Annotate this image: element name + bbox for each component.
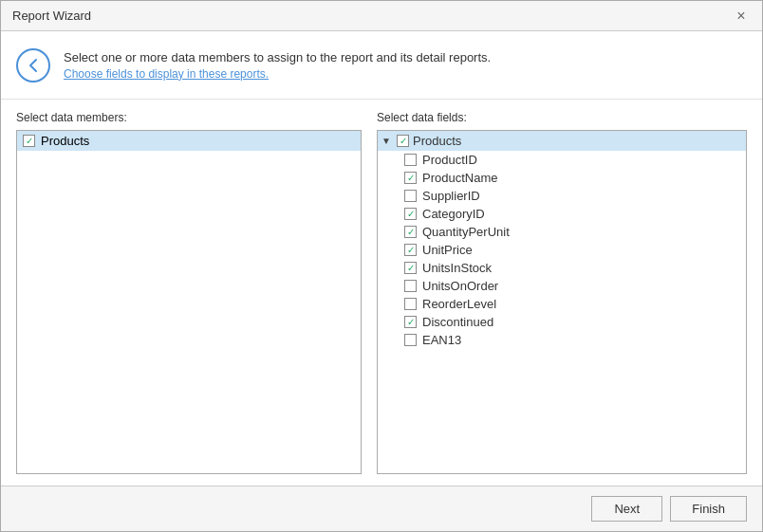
field-supplierid-checkbox[interactable] xyxy=(404,190,417,202)
tree-root-products[interactable]: ▼ Products xyxy=(378,131,746,151)
field-unitprice-checkbox[interactable] xyxy=(404,244,417,256)
close-icon: × xyxy=(736,9,745,24)
field-productid-checkbox[interactable] xyxy=(404,154,417,166)
field-unitprice-label: UnitPrice xyxy=(422,243,473,257)
field-discontinued-label: Discontinued xyxy=(422,315,493,329)
footer: Next Finish xyxy=(1,486,762,531)
field-unitsonorder-checkbox[interactable] xyxy=(404,280,417,292)
field-discontinued[interactable]: Discontinued xyxy=(400,313,746,331)
field-productname-label: ProductName xyxy=(422,171,497,185)
field-categoryid[interactable]: CategoryID xyxy=(400,205,746,223)
field-unitsonorder[interactable]: UnitsOnOrder xyxy=(400,277,746,295)
field-productid-label: ProductID xyxy=(422,153,477,167)
field-quantityperunit[interactable]: QuantityPerUnit xyxy=(400,223,746,241)
field-supplierid-label: SupplierID xyxy=(422,189,480,203)
back-arrow-icon xyxy=(26,58,41,73)
field-reorderlevel-checkbox[interactable] xyxy=(404,298,417,310)
products-label: Products xyxy=(41,134,89,148)
field-ean13-checkbox[interactable] xyxy=(404,334,417,346)
tree-toggle-icon: ▼ xyxy=(382,136,393,146)
field-unitsonorder-label: UnitsOnOrder xyxy=(422,279,498,293)
header-section: Select one or more data members to assig… xyxy=(1,31,762,100)
content-area: Select data members: Products Select dat… xyxy=(1,100,762,486)
right-panel-label: Select data fields: xyxy=(377,111,747,124)
header-text: Select one or more data members to assig… xyxy=(64,50,491,81)
field-categoryid-checkbox[interactable] xyxy=(404,208,417,220)
data-member-products[interactable]: Products xyxy=(17,131,361,151)
next-button[interactable]: Next xyxy=(591,496,662,522)
field-unitsinstock[interactable]: UnitsInStock xyxy=(400,259,746,277)
field-productid[interactable]: ProductID xyxy=(400,151,746,169)
dialog-title: Report Wizard xyxy=(12,9,91,23)
finish-button[interactable]: Finish xyxy=(670,496,747,522)
field-ean13-label: EAN13 xyxy=(422,333,461,347)
close-button[interactable]: × xyxy=(732,7,751,26)
tree-root-checkbox[interactable] xyxy=(397,135,409,147)
field-unitprice[interactable]: UnitPrice xyxy=(400,241,746,259)
field-discontinued-checkbox[interactable] xyxy=(404,316,417,328)
left-panel: Select data members: Products xyxy=(16,111,377,474)
field-reorderlevel[interactable]: ReorderLevel xyxy=(400,295,746,313)
title-bar: Report Wizard × xyxy=(1,1,762,31)
report-wizard-dialog: Report Wizard × Select one or more data … xyxy=(0,0,763,532)
field-quantityperunit-label: QuantityPerUnit xyxy=(422,225,510,239)
products-checkbox[interactable] xyxy=(23,135,35,147)
field-productname-checkbox[interactable] xyxy=(404,172,417,184)
field-quantityperunit-checkbox[interactable] xyxy=(404,226,417,238)
header-sub-text[interactable]: Choose fields to display in these report… xyxy=(64,67,491,81)
right-panel: Select data fields: ▼ Products ProductID xyxy=(377,111,747,474)
field-reorderlevel-label: ReorderLevel xyxy=(422,297,496,311)
left-panel-label: Select data members: xyxy=(16,111,362,124)
data-members-list: Products xyxy=(16,130,362,474)
field-ean13[interactable]: EAN13 xyxy=(400,331,746,349)
field-unitsinstock-label: UnitsInStock xyxy=(422,261,492,275)
field-categoryid-label: CategoryID xyxy=(422,207,485,221)
header-main-text: Select one or more data members to assig… xyxy=(64,50,491,64)
tree-root-label: Products xyxy=(413,134,461,148)
field-unitsinstock-checkbox[interactable] xyxy=(404,262,417,274)
field-supplierid[interactable]: SupplierID xyxy=(400,187,746,205)
tree-children: ProductID ProductName SupplierID Categor… xyxy=(378,151,746,349)
back-button[interactable] xyxy=(16,48,50,83)
data-fields-tree: ▼ Products ProductID ProductName xyxy=(377,130,747,474)
field-productname[interactable]: ProductName xyxy=(400,169,746,187)
